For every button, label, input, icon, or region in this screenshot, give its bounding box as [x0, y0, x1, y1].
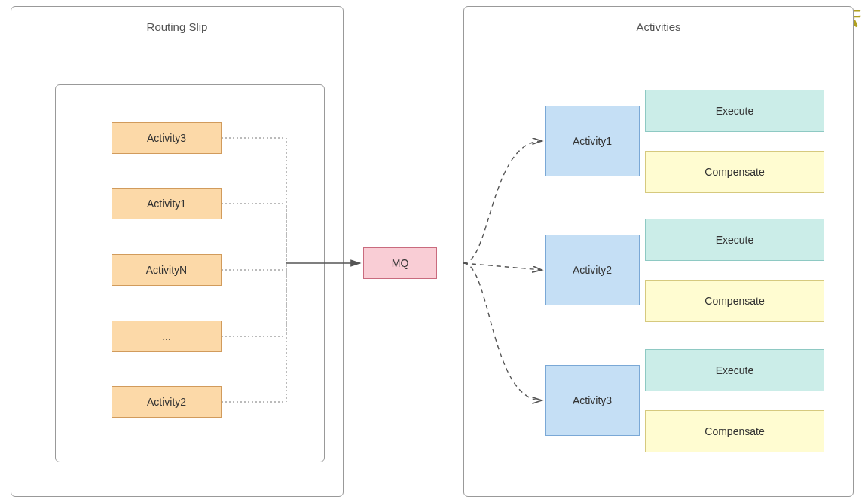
activity-3-box: Activity3	[545, 365, 640, 436]
activity-3-execute: Execute	[645, 349, 824, 391]
routing-slip-panel: Routing Slip	[11, 6, 344, 497]
routing-item-0: Activity3	[112, 122, 222, 154]
routing-item-2: ActivityN	[112, 254, 222, 286]
mq-box: MQ	[363, 247, 437, 279]
activity-1-compensate: Compensate	[645, 151, 824, 193]
routing-item-1: Activity1	[112, 188, 222, 219]
activity-2-box: Activity2	[545, 235, 640, 305]
routing-item-3: ...	[112, 321, 222, 352]
activity-2-compensate: Compensate	[645, 280, 824, 322]
routing-slip-title: Routing Slip	[11, 20, 343, 33]
activity-1-box: Activity1	[545, 106, 640, 176]
activity-2-execute: Execute	[645, 219, 824, 261]
activity-3-compensate: Compensate	[645, 410, 824, 452]
activities-title: Activities	[464, 20, 853, 33]
activity-1-execute: Execute	[645, 90, 824, 132]
routing-item-4: Activity2	[112, 386, 222, 418]
